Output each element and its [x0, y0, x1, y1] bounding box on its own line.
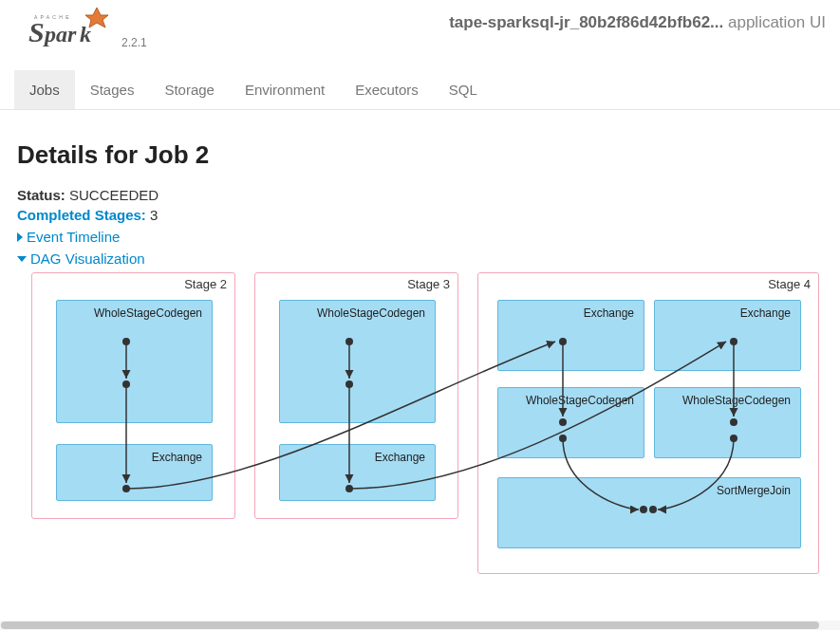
- node-label: SortMergeJoin: [717, 484, 791, 497]
- svg-text:S: S: [28, 16, 45, 47]
- completed-stages-line: Completed Stages: 3: [17, 207, 840, 223]
- dag-node[interactable]: Exchange: [279, 444, 436, 501]
- node-label: WholeStageCodegen: [317, 306, 425, 320]
- node-label: WholeStageCodegen: [682, 394, 791, 407]
- caret-down-icon: [17, 256, 27, 262]
- node-label: Exchange: [740, 306, 791, 320]
- tab-storage[interactable]: Storage: [149, 70, 230, 109]
- app-name-bold: tape-sparksql-jr_80b2f86d42bfb62...: [449, 13, 723, 31]
- horizontal-scrollbar[interactable]: [0, 621, 840, 630]
- stage-label: Stage 2: [184, 277, 227, 291]
- tab-jobs[interactable]: Jobs: [14, 70, 75, 109]
- spark-logo: S par k A P A C H E 2.2.1: [28, 6, 147, 53]
- status-value: SUCCEEDED: [69, 187, 159, 203]
- dag-node[interactable]: Exchange: [654, 300, 801, 371]
- caret-right-icon: [17, 232, 23, 242]
- node-label: Exchange: [152, 451, 202, 464]
- dag-visualization-label: DAG Visualization: [30, 250, 145, 267]
- stage-label: Stage 4: [768, 277, 811, 291]
- content: Details for Job 2 Status: SUCCEEDED Comp…: [0, 110, 840, 619]
- stage-box-4[interactable]: Stage 4 Exchange Exchange WholeStageCode…: [477, 272, 819, 574]
- svg-text:k: k: [80, 22, 91, 46]
- tab-stages[interactable]: Stages: [75, 70, 150, 109]
- header: S par k A P A C H E 2.2.1 tape-sparksql-…: [0, 0, 840, 53]
- tab-environment[interactable]: Environment: [230, 70, 340, 109]
- node-label: WholeStageCodegen: [94, 306, 202, 320]
- stage-box-2[interactable]: Stage 2 WholeStageCodegen Exchange: [31, 272, 235, 519]
- completed-stages-count: 3: [150, 207, 158, 223]
- dag-node[interactable]: SortMergeJoin: [497, 477, 801, 548]
- dag-visualization: Stage 2 WholeStageCodegen Exchange Stage…: [17, 272, 824, 585]
- node-label: Exchange: [375, 451, 425, 464]
- node-label: WholeStageCodegen: [526, 394, 634, 407]
- node-label: Exchange: [584, 306, 634, 320]
- status-line: Status: SUCCEEDED: [17, 187, 840, 203]
- status-label: Status:: [17, 187, 65, 203]
- completed-stages-label[interactable]: Completed Stages:: [17, 207, 146, 223]
- svg-text:par: par: [43, 22, 77, 46]
- event-timeline-label: Event Timeline: [27, 229, 120, 245]
- dag-node[interactable]: WholeStageCodegen: [654, 387, 801, 458]
- tab-executors[interactable]: Executors: [340, 70, 434, 109]
- dag-node[interactable]: WholeStageCodegen: [56, 300, 213, 423]
- event-timeline-toggle[interactable]: Event Timeline: [17, 229, 840, 245]
- spark-version: 2.2.1: [121, 36, 147, 49]
- dag-node[interactable]: WholeStageCodegen: [497, 387, 644, 458]
- nav-tabs: Jobs Stages Storage Environment Executor…: [0, 70, 840, 110]
- svg-text:A P A C H E: A P A C H E: [34, 14, 70, 20]
- dag-node[interactable]: WholeStageCodegen: [279, 300, 436, 423]
- main-scroll[interactable]: S par k A P A C H E 2.2.1 tape-sparksql-…: [0, 0, 840, 619]
- app-name: tape-sparksql-jr_80b2f86d42bfb62... appl…: [449, 6, 826, 32]
- dag-node[interactable]: Exchange: [497, 300, 644, 371]
- dag-node[interactable]: Exchange: [56, 444, 213, 501]
- stage-box-3[interactable]: Stage 3 WholeStageCodegen Exchange: [254, 272, 458, 519]
- horizontal-scrollbar-thumb[interactable]: [1, 621, 819, 629]
- app-name-rest: application UI: [723, 13, 826, 31]
- stage-label: Stage 3: [407, 277, 450, 291]
- tab-sql[interactable]: SQL: [434, 70, 493, 109]
- page-title: Details for Job 2: [17, 140, 840, 170]
- dag-visualization-toggle[interactable]: DAG Visualization: [17, 250, 840, 267]
